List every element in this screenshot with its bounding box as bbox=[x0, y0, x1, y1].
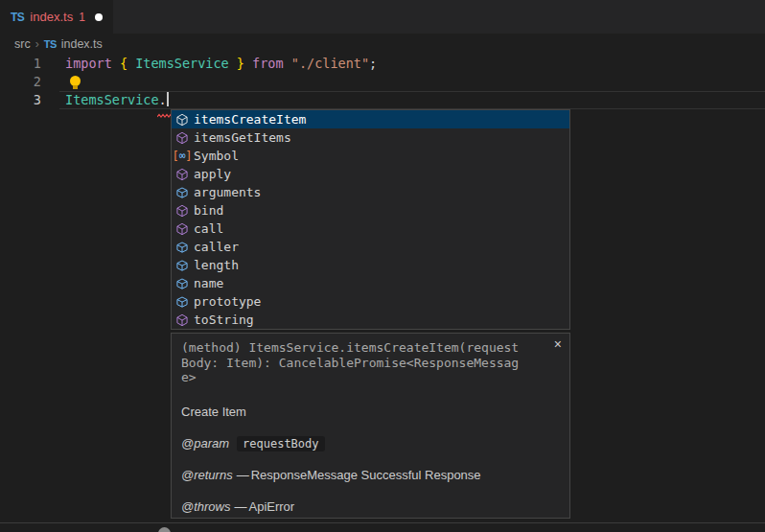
method-signature: (method) ItemsService.itemsCreateItem(re… bbox=[181, 340, 560, 385]
code-text bbox=[59, 73, 765, 91]
jsdoc-tag-text: ResponseMessage Successful Response bbox=[251, 468, 481, 482]
editor-tab-bar: TS index.ts 1 bbox=[0, 0, 765, 34]
doc-summary: Create Item bbox=[181, 405, 560, 419]
suggest-item[interactable]: itemsGetItems bbox=[172, 128, 569, 147]
jsdoc-tag-name: @param bbox=[181, 436, 229, 451]
intellisense-suggest-widget: itemsCreateItem itemsGetItems [∞] Symbol… bbox=[171, 109, 570, 330]
symbol-field-icon bbox=[174, 185, 190, 200]
jsdoc-tag-name: @returns bbox=[181, 468, 233, 482]
suggest-details-panel: × (method) ItemsService.itemsCreateItem(… bbox=[171, 333, 570, 519]
jsdoc-tag-text: ApiError bbox=[249, 499, 295, 514]
suggest-item[interactable]: toString bbox=[172, 311, 569, 329]
code-text: import { ItemsService } from "./client"; bbox=[59, 55, 765, 73]
suggest-item-label: Symbol bbox=[194, 149, 239, 163]
jsdoc-tag-row: @paramrequestBody bbox=[181, 436, 560, 451]
suggest-item[interactable]: prototype bbox=[172, 292, 569, 311]
symbol-method-icon bbox=[174, 167, 190, 182]
suggest-item[interactable]: [∞] Symbol bbox=[172, 147, 569, 165]
symbol-method-icon bbox=[174, 221, 190, 237]
suggest-item-label: itemsGetItems bbox=[194, 130, 291, 145]
editor-bottom-divider bbox=[0, 522, 765, 523]
symbol-method-icon bbox=[174, 112, 190, 127]
symbol-symbol-icon: [∞] bbox=[174, 149, 190, 164]
suggest-item-label: apply bbox=[194, 167, 231, 181]
typescript-file-icon: TS bbox=[11, 11, 24, 24]
unsaved-changes-dot-icon[interactable] bbox=[95, 13, 103, 21]
text-cursor bbox=[167, 92, 169, 106]
symbol-method-icon bbox=[174, 203, 190, 219]
suggest-item[interactable]: length bbox=[172, 256, 569, 274]
suggest-item[interactable]: name bbox=[172, 274, 569, 292]
tab-filename: index.ts bbox=[30, 10, 73, 24]
symbol-field-icon bbox=[174, 240, 190, 255]
suggest-item[interactable]: caller bbox=[172, 238, 569, 256]
code-editor[interactable]: 1 import { ItemsService } from "./client… bbox=[0, 55, 765, 109]
suggest-item-label: length bbox=[194, 258, 239, 272]
suggest-item[interactable]: bind bbox=[172, 201, 569, 220]
breadcrumb-folder[interactable]: src bbox=[14, 37, 31, 51]
suggest-item-label: call bbox=[194, 221, 223, 236]
suggest-item-label: itemsCreateItem bbox=[194, 112, 306, 127]
tab-problems-badge: 1 bbox=[79, 11, 85, 24]
symbol-method-icon bbox=[174, 312, 190, 328]
tab-index-ts[interactable]: TS index.ts 1 bbox=[0, 0, 113, 34]
close-icon[interactable]: × bbox=[554, 337, 562, 351]
chevron-right-icon: › bbox=[35, 37, 39, 51]
line-number: 3 bbox=[0, 91, 59, 109]
jsdoc-tag-row: @throws—ApiError bbox=[181, 499, 560, 514]
suggest-item-label: bind bbox=[194, 203, 223, 218]
suggest-item-label: arguments bbox=[194, 185, 261, 199]
suggest-item-label: toString bbox=[194, 312, 254, 327]
jsdoc-param-badge: requestBody bbox=[237, 436, 324, 451]
suggest-item[interactable]: call bbox=[172, 220, 569, 238]
breadcrumb-filename[interactable]: index.ts bbox=[61, 37, 103, 51]
code-line-1[interactable]: 1 import { ItemsService } from "./client… bbox=[0, 55, 765, 73]
peek-circle-icon bbox=[158, 527, 171, 532]
symbol-method-icon bbox=[174, 130, 190, 146]
jsdoc-tag-name: @throws bbox=[181, 499, 231, 514]
code-line-2[interactable]: 2 bbox=[0, 73, 765, 91]
breadcrumb: src › TS index.ts bbox=[0, 34, 765, 55]
jsdoc-separator: — bbox=[237, 468, 249, 482]
lightbulb-quickfix-icon[interactable] bbox=[70, 76, 81, 86]
typescript-file-icon: TS bbox=[44, 38, 57, 50]
suggest-item-label: prototype bbox=[194, 294, 261, 309]
suggest-item[interactable]: apply bbox=[172, 165, 569, 183]
line-number: 2 bbox=[0, 73, 59, 91]
symbol-field-icon bbox=[174, 258, 190, 273]
symbol-field-icon bbox=[174, 276, 190, 291]
suggest-item[interactable]: itemsCreateItem bbox=[172, 110, 569, 128]
suggest-item-label: name bbox=[194, 276, 223, 290]
code-text: ItemsService. bbox=[59, 91, 765, 109]
suggest-item-label: caller bbox=[194, 240, 239, 254]
code-line-3[interactable]: 3 ItemsService. bbox=[0, 91, 765, 109]
jsdoc-separator: — bbox=[235, 499, 247, 514]
symbol-field-icon bbox=[174, 294, 190, 310]
jsdoc-tag-row: @returns—ResponseMessage Successful Resp… bbox=[181, 468, 560, 482]
line-number: 1 bbox=[0, 55, 59, 73]
suggest-item[interactable]: arguments bbox=[172, 183, 569, 201]
